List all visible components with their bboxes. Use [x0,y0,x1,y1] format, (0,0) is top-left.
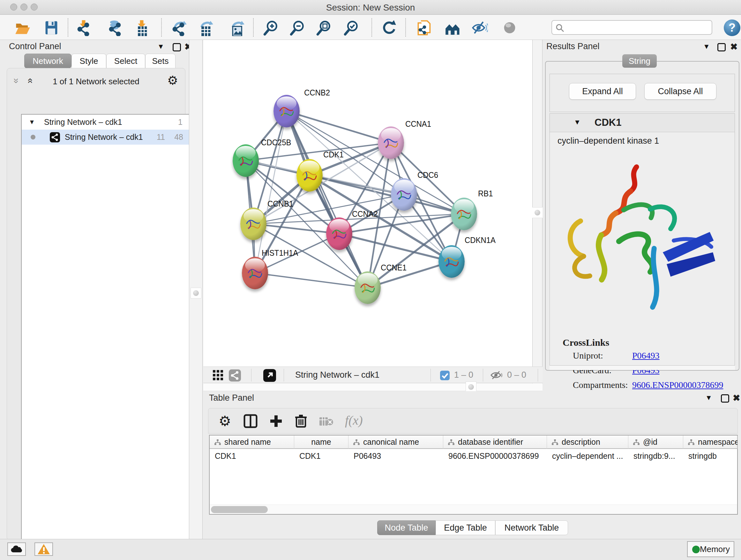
horizontal-splitter-grip[interactable] [466,381,476,392]
expand-all-button[interactable]: Expand All [569,83,636,100]
node-HIST1H1A[interactable] [242,257,268,289]
delete-column-icon[interactable] [294,414,308,428]
search-input[interactable] [551,20,712,35]
refresh-icon[interactable] [380,19,397,36]
tab-string[interactable]: String [622,54,657,68]
maximize-panel-icon[interactable] [173,43,181,51]
open-in-new-window-icon[interactable] [263,369,276,382]
crosslink-link[interactable]: 9606.ENSP00000378699 [632,380,723,390]
table-settings-gear-icon[interactable]: ⚙ [219,413,231,429]
column-header-description[interactable]: description [547,435,628,449]
warnings-button[interactable] [35,543,53,556]
tab-style[interactable]: Style [71,54,106,68]
show-columns-icon[interactable] [244,414,258,428]
tab-sets[interactable]: Sets [145,54,176,68]
collapse-all-button[interactable]: Collapse All [644,83,717,100]
node-CDKN1A[interactable] [439,245,465,278]
export-network-icon[interactable] [170,19,187,36]
table-row[interactable]: CDK1CDK1P064939606.ENSP00000378699cyclin… [210,449,737,463]
network-row[interactable]: String Network – cdk1 11 48 [22,130,189,145]
crosslink-link[interactable]: P06493 [632,351,660,361]
node-CCNB1[interactable] [240,207,266,240]
tab-network[interactable]: Network [24,54,71,68]
column-header-shared-name[interactable]: shared name [210,435,294,449]
column-header-canonical-name[interactable]: canonical name [348,435,443,449]
results-scrollbar[interactable] [549,366,735,370]
cell-@id[interactable]: stringdb:9... [628,449,683,463]
network-collection-row[interactable]: ▼ String Network – cdk1 1 [22,115,189,130]
node-CCNA1[interactable] [378,126,404,159]
selected-checkbox-icon[interactable] [440,371,450,380]
node-RB1[interactable] [451,198,477,230]
open-session-icon[interactable] [14,19,31,36]
cell-canonical-name[interactable]: P06493 [348,449,443,463]
cell-namespace[interactable]: stringdb [683,449,738,463]
cell-description[interactable]: cyclin–dependent ... [547,449,628,463]
node-table[interactable]: shared namenamecanonical namedatabase id… [209,435,738,515]
hide-glass-icon[interactable] [471,19,488,36]
node-CCNA2[interactable] [326,217,352,250]
help-button[interactable]: ? [724,19,740,36]
string-import-icon[interactable] [416,19,433,36]
column-header-database-identifier[interactable]: database identifier [443,435,547,449]
tab-select[interactable]: Select [106,54,145,68]
zoom-selected-icon[interactable] [343,19,359,36]
memory-button[interactable]: Memory [687,541,734,557]
add-column-icon[interactable] [269,414,283,428]
cell-database-identifier[interactable]: 9606.ENSP00000378699 [443,449,547,463]
search-field[interactable] [567,21,707,34]
collection-expander-icon[interactable]: ▼ [29,115,35,130]
cell-name[interactable]: CDK1 [294,449,348,463]
node-CCNE1[interactable] [354,271,381,304]
protein-expander-icon[interactable]: ▼ [574,118,581,126]
import-table-icon[interactable] [133,19,150,36]
cloud-button[interactable] [7,543,26,556]
edge-CCNB2-CCNE1[interactable] [286,111,367,288]
node-CDC25B[interactable] [232,144,259,177]
node-CDC6[interactable] [391,178,417,211]
export-image-icon[interactable] [228,19,245,36]
right-splitter-grip[interactable] [532,207,543,218]
tab-node-table[interactable]: Node Table [377,520,435,535]
float-results-icon[interactable]: ▼ [703,43,710,51]
grid-view-icon[interactable] [213,370,224,381]
network-canvas[interactable]: CCNB2 CCNA1 CDC25B CDK1 CDC6 RB1 CCNB1 [203,40,532,367]
float-table-icon[interactable]: ▼ [705,394,712,402]
network-panel-box: » » 1 of 1 Network selected ⚙ ▼ String N… [7,68,185,541]
protein-section-header[interactable]: ▼ CDK1 [550,114,735,132]
zoom-in-icon[interactable] [262,19,279,36]
tab-edge-table[interactable]: Edge Table [435,520,495,535]
import-network-icon[interactable] [75,19,91,36]
zoom-fit-icon[interactable] [315,19,332,36]
close-table-icon[interactable]: ✖ [733,393,740,403]
column-header-@id[interactable]: @id [628,435,683,449]
export-table-icon[interactable] [197,19,213,36]
column-header-name[interactable]: name [294,435,348,449]
left-splitter-grip[interactable] [191,288,201,299]
import-database-icon[interactable] [107,19,123,36]
network-options-gear-icon[interactable]: ⚙ [167,73,178,87]
network-share-icon[interactable] [229,369,241,381]
string-network-icon [50,132,60,142]
edge-HIST1H1A-CCNE1[interactable] [255,273,367,288]
float-panel-icon[interactable]: ▼ [157,43,164,51]
network-selected-status: 1 of 1 Network selected [7,77,185,86]
save-session-icon[interactable] [43,19,60,36]
table-hscrollbar[interactable] [210,504,737,514]
cell-shared-name[interactable]: CDK1 [210,449,294,463]
left-splitter[interactable] [189,40,203,539]
home-icon[interactable] [445,19,461,36]
glass-ball-icon[interactable] [501,19,518,36]
function-builder-icon: f(x) [345,413,363,428]
maximize-table-icon[interactable] [721,394,729,402]
column-header-namespace[interactable]: namespace [683,435,738,449]
zoom-out-icon[interactable] [289,19,306,36]
toolbar-separator [372,18,372,37]
edge-CCNB2-CCNA1[interactable] [286,111,391,143]
node-CDK1[interactable] [296,159,323,192]
node-CCNB2[interactable] [273,95,300,127]
close-results-icon[interactable]: ✖ [730,42,738,52]
table-hscroll-thumb[interactable] [211,506,268,513]
maximize-results-icon[interactable] [718,43,726,51]
tab-network-table[interactable]: Network Table [495,520,568,535]
